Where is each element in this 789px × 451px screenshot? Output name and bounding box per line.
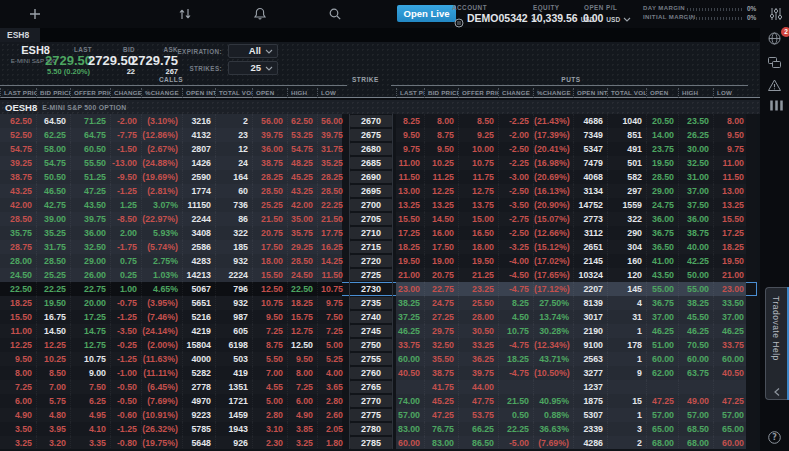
calls-cell[interactable]: 62.50 [287, 114, 317, 128]
calls-cell[interactable]: -3.50 [110, 324, 141, 338]
puts-cell[interactable]: 68.50 [678, 422, 713, 436]
calls-cell[interactable]: 86 [215, 212, 252, 226]
puts-cell[interactable]: (20.41%) [533, 142, 573, 156]
puts-cell[interactable]: 63.75 [678, 366, 713, 380]
calls-cell[interactable]: 4219 [182, 324, 215, 338]
puts-cell[interactable]: 9.50 [396, 128, 424, 142]
puts-cell[interactable]: 297 [607, 184, 646, 198]
puts-cell[interactable]: 29.00 [646, 184, 678, 198]
puts-cell[interactable]: (12.34%) [533, 338, 573, 352]
puts-cell[interactable]: 28.00 [458, 310, 498, 324]
calls-cell[interactable]: 2807 [182, 142, 215, 156]
puts-cell[interactable]: 3 [607, 422, 646, 436]
calls-cell[interactable]: -0.75 [110, 296, 141, 310]
strike-cell[interactable]: 2735 [350, 297, 392, 309]
puts-cell[interactable]: (20.90%) [533, 198, 573, 212]
puts-cell[interactable]: 15 [607, 394, 646, 408]
puts-cell[interactable]: 10.00 [458, 142, 498, 156]
puts-cell[interactable]: 57.00 [713, 408, 748, 422]
puts-cell[interactable]: 27.50% [533, 296, 573, 310]
calls-cell[interactable]: 7.00 [36, 380, 70, 394]
puts-cell[interactable]: 65.00 [713, 422, 748, 436]
option-row-2760[interactable]: 8.008.509.00-1.00(11.11%)52824197.008.00… [0, 366, 757, 380]
calls-cell[interactable]: 15804 [182, 338, 215, 352]
puts-cell[interactable]: 0.88% [533, 408, 573, 422]
calls-cell[interactable]: -0.50 [110, 394, 141, 408]
option-row-2725[interactable]: 24.5025.2526.000.251.03%14213222415.5024… [0, 268, 757, 282]
puts-cell[interactable]: 33.50 [713, 296, 748, 310]
calls-cell[interactable]: 18.25 [287, 296, 317, 310]
puts-cell[interactable]: 8.00 [713, 114, 748, 128]
calls-cell[interactable]: 6.25 [70, 394, 110, 408]
calls-cell[interactable]: 62.50 [0, 114, 36, 128]
puts-cell[interactable]: 13.00 [396, 184, 424, 198]
puts-cell[interactable]: 21.00 [396, 268, 424, 282]
calls-cell[interactable]: 1.03% [141, 268, 182, 282]
puts-cell[interactable]: (17.39%) [533, 128, 573, 142]
puts-cell[interactable]: 57.00 [396, 408, 424, 422]
puts-cell[interactable]: 15.50 [396, 212, 424, 226]
puts-cell[interactable]: 28.50 [646, 170, 678, 184]
calls-cell[interactable]: 18.00 [252, 254, 287, 268]
calls-cell[interactable]: 42.00 [287, 198, 317, 212]
option-row-2785[interactable]: 3.253.203.35-0.80(19.75%)56489262.303.25… [0, 436, 757, 449]
calls-cell[interactable]: (26.32%) [141, 422, 182, 436]
column-header[interactable]: LAST PRICE [396, 88, 424, 98]
calls-cell[interactable]: 3408 [182, 226, 215, 240]
tab-esh8[interactable]: ESH8 [0, 28, 40, 42]
puts-cell[interactable]: 22.75 [424, 282, 458, 296]
calls-cell[interactable]: 9223 [182, 408, 215, 422]
calls-cell[interactable]: 2244 [182, 212, 215, 226]
puts-cell[interactable]: (16.13%) [533, 184, 573, 198]
puts-cell[interactable]: 35.50 [424, 352, 458, 366]
puts-cell[interactable]: -3.50 [498, 198, 533, 212]
calls-cell[interactable]: 6.00 [0, 394, 36, 408]
calls-cell[interactable]: 48.25 [287, 156, 317, 170]
puts-cell[interactable]: 5307 [573, 408, 607, 422]
calls-cell[interactable]: 2590 [182, 170, 215, 184]
puts-cell[interactable]: 37.00 [646, 310, 678, 324]
puts-cell[interactable]: 36.00 [646, 212, 678, 226]
calls-cell[interactable]: 35.75 [0, 226, 36, 240]
puts-cell[interactable]: (16.98%) [533, 156, 573, 170]
strike-cell[interactable]: 2695 [350, 185, 392, 197]
calls-cell[interactable]: 322 [215, 226, 252, 240]
puts-cell[interactable]: 66.25 [458, 422, 498, 436]
calls-cell[interactable]: 926 [215, 436, 252, 449]
calls-cell[interactable]: 28.50 [36, 254, 70, 268]
strike-cell[interactable]: 2765 [350, 381, 392, 393]
calls-cell[interactable]: 19.50 [36, 296, 70, 310]
puts-cell[interactable]: 13.75 [458, 198, 498, 212]
puts-cell[interactable]: 3277 [573, 366, 607, 380]
strike-cell[interactable]: 2750 [350, 339, 392, 351]
puts-cell[interactable]: 83.00 [396, 422, 424, 436]
puts-cell[interactable]: 160 [607, 254, 646, 268]
puts-cell[interactable]: 25.50 [458, 296, 498, 310]
puts-cell[interactable]: 19.50 [713, 254, 748, 268]
option-row-2705[interactable]: 28.5039.0039.75-8.50(22.97%)22448621.503… [0, 212, 757, 226]
puts-cell[interactable]: -2.75 [498, 212, 533, 226]
calls-cell[interactable]: (24.14%) [141, 324, 182, 338]
puts-cell[interactable]: 13.00 [713, 184, 748, 198]
puts-cell[interactable] [678, 380, 713, 394]
puts-cell[interactable]: 46.25 [713, 324, 748, 338]
column-header[interactable]: LOW [317, 88, 347, 98]
puts-cell[interactable]: 4686 [573, 114, 607, 128]
puts-cell[interactable]: 1040 [607, 114, 646, 128]
strike-cell[interactable]: 2740 [350, 311, 392, 323]
puts-cell[interactable]: 8.00 [424, 114, 458, 128]
calls-cell[interactable]: 54.75 [287, 142, 317, 156]
calls-cell[interactable]: 2.75% [141, 254, 182, 268]
calls-cell[interactable]: -1.25 [110, 184, 141, 198]
puts-cell[interactable]: 4 [607, 296, 646, 310]
puts-cell[interactable]: 32.50 [424, 338, 458, 352]
strike-cell[interactable]: 2705 [350, 213, 392, 225]
calls-cell[interactable]: 35.25 [36, 226, 70, 240]
puts-cell[interactable]: 16.00 [424, 226, 458, 240]
puts-cell[interactable]: 37.50 [678, 198, 713, 212]
puts-cell[interactable]: 8.25 [396, 114, 424, 128]
calls-cell[interactable]: 9.50 [287, 352, 317, 366]
calls-cell[interactable]: 10.75 [252, 296, 287, 310]
calls-cell[interactable]: 10.75 [70, 352, 110, 366]
puts-cell[interactable]: 3112 [573, 226, 607, 240]
